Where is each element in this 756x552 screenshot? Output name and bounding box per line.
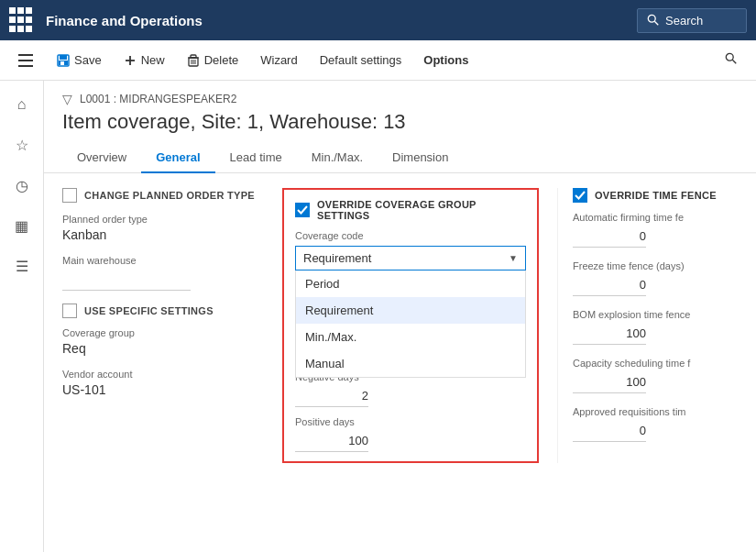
search-label: Search [665, 14, 703, 28]
page-title: Item coverage, Site: 1, Warehouse: 13 [62, 110, 738, 134]
option-min-max[interactable]: Min./Max. [296, 324, 525, 350]
svg-point-17 [726, 53, 733, 61]
command-bar: Save New Delete Wizard Default settings … [0, 40, 756, 81]
coverage-code-dropdown[interactable]: Requirement ▼ [295, 246, 526, 270]
bom-explosion-group: BOM explosion time fence [573, 309, 740, 345]
change-planned-checkbox[interactable] [62, 188, 77, 203]
breadcrumb-row: ▽ L0001 : MIDRANGESPEAKER2 [62, 92, 738, 106]
top-nav: Finance and Operations Search [0, 0, 756, 40]
new-label: New [141, 53, 165, 67]
main-warehouse-label: Main warehouse [62, 255, 264, 266]
option-period[interactable]: Period [296, 270, 525, 297]
main-warehouse-input[interactable] [62, 269, 191, 291]
svg-rect-4 [18, 65, 33, 67]
tab-overview[interactable]: Overview [62, 143, 141, 173]
vendor-account-group: Vendor account US-101 [62, 369, 264, 397]
right-panel: OVERRIDE TIME FENCE Automatic firming ti… [557, 188, 740, 463]
command-search-button[interactable] [718, 47, 745, 73]
hamburger-button[interactable] [11, 49, 40, 72]
new-button[interactable]: New [115, 48, 174, 72]
bom-explosion-input[interactable] [573, 323, 646, 345]
positive-days-label: Positive days [295, 416, 526, 427]
save-button[interactable]: Save [48, 48, 111, 72]
save-label: Save [74, 53, 102, 67]
capacity-scheduling-label: Capacity scheduling time f [573, 358, 740, 369]
coverage-code-selected: Requirement [303, 251, 509, 265]
negative-days-input[interactable] [295, 385, 368, 407]
tabs: Overview General Lead time Min./Max. Dim… [44, 143, 756, 173]
time-fence-checkmark-icon [575, 191, 586, 200]
svg-rect-2 [18, 54, 33, 56]
vendor-account-value: US-101 [62, 382, 264, 397]
svg-rect-8 [60, 61, 64, 65]
change-planned-label: CHANGE PLANNED ORDER TYPE [84, 190, 255, 201]
tab-dimension[interactable]: Dimension [378, 143, 463, 173]
tab-min-max[interactable]: Min./Max. [297, 143, 378, 173]
search-button[interactable]: Search [637, 8, 747, 33]
approved-requisitions-input[interactable] [573, 420, 646, 442]
delete-button[interactable]: Delete [178, 48, 248, 72]
planned-order-type-label: Planned order type [62, 214, 264, 225]
main-layout: ⌂ ☆ ◷ ▦ ☰ ▽ L0001 : MIDRANGESPEAKER2 Ite… [0, 81, 756, 552]
planned-order-type-value: Kanban [62, 227, 264, 242]
override-time-fence-header: OVERRIDE TIME FENCE [573, 188, 740, 203]
positive-days-input[interactable] [295, 430, 368, 452]
approved-requisitions-group: Approved requisitions tim [573, 406, 740, 442]
use-specific-checkbox[interactable] [62, 304, 77, 318]
new-icon [124, 54, 137, 67]
svg-line-1 [654, 21, 658, 25]
option-manual[interactable]: Manual [296, 350, 525, 377]
default-settings-label: Default settings [320, 53, 402, 67]
options-label: Options [423, 53, 468, 67]
save-icon [57, 54, 70, 67]
sidebar-icon-clock[interactable]: ◷ [5, 169, 38, 202]
app-title: Finance and Operations [46, 13, 637, 28]
use-specific-row: USE SPECIFIC SETTINGS [62, 304, 264, 318]
sidebar-icon-home[interactable]: ⌂ [5, 88, 38, 121]
wizard-button[interactable]: Wizard [251, 48, 306, 72]
coverage-group-value: Req [62, 341, 264, 356]
option-requirement[interactable]: Requirement [296, 297, 525, 324]
main-content: ▽ L0001 : MIDRANGESPEAKER2 Item coverage… [44, 81, 756, 552]
default-settings-button[interactable]: Default settings [311, 48, 411, 72]
dropdown-arrow-icon: ▼ [509, 253, 518, 263]
coverage-code-label: Coverage code [295, 230, 526, 241]
sidebar: ⌂ ☆ ◷ ▦ ☰ [0, 81, 44, 552]
search-icon [647, 14, 660, 27]
svg-point-0 [648, 15, 655, 22]
center-column: OVERRIDE COVERAGE GROUP SETTINGS Coverag… [282, 188, 539, 463]
planned-order-type-group: Planned order type Kanban [62, 214, 264, 242]
delete-label: Delete [204, 53, 239, 67]
vendor-account-label: Vendor account [62, 369, 264, 380]
override-coverage-header: OVERRIDE COVERAGE GROUP SETTINGS [295, 199, 526, 221]
coverage-group-label: Coverage group [62, 327, 264, 338]
svg-rect-3 [18, 60, 33, 61]
wizard-label: Wizard [260, 53, 297, 67]
change-planned-row: CHANGE PLANNED ORDER TYPE [62, 188, 264, 203]
tab-general[interactable]: General [141, 143, 214, 173]
left-column: CHANGE PLANNED ORDER TYPE Planned order … [62, 188, 264, 463]
freeze-time-fence-group: Freeze time fence (days) [573, 260, 740, 296]
breadcrumb: L0001 : MIDRANGESPEAKER2 [80, 93, 236, 105]
options-button[interactable]: Options [414, 48, 477, 72]
override-coverage-box: OVERRIDE COVERAGE GROUP SETTINGS Coverag… [282, 188, 539, 463]
delete-icon [187, 54, 200, 67]
app-grid-icon[interactable] [9, 7, 35, 33]
freeze-time-fence-input[interactable] [573, 274, 646, 296]
tab-lead-time[interactable]: Lead time [215, 143, 297, 173]
sidebar-icon-star[interactable]: ☆ [5, 128, 38, 161]
bom-explosion-label: BOM explosion time fence [573, 309, 740, 320]
sidebar-icon-list[interactable]: ☰ [5, 249, 38, 282]
sidebar-icon-calendar[interactable]: ▦ [5, 209, 38, 242]
override-time-fence-title: OVERRIDE TIME FENCE [595, 190, 717, 201]
filter-icon[interactable]: ▽ [62, 92, 72, 106]
auto-firming-input[interactable] [573, 226, 646, 248]
page-header: ▽ L0001 : MIDRANGESPEAKER2 Item coverage… [44, 81, 756, 134]
freeze-time-fence-label: Freeze time fence (days) [573, 260, 740, 271]
override-coverage-title: OVERRIDE COVERAGE GROUP SETTINGS [317, 199, 526, 221]
override-coverage-checkbox[interactable] [295, 203, 310, 217]
capacity-scheduling-group: Capacity scheduling time f [573, 358, 740, 393]
svg-rect-13 [191, 55, 196, 58]
override-time-fence-checkbox[interactable] [573, 188, 587, 203]
capacity-scheduling-input[interactable] [573, 371, 646, 393]
